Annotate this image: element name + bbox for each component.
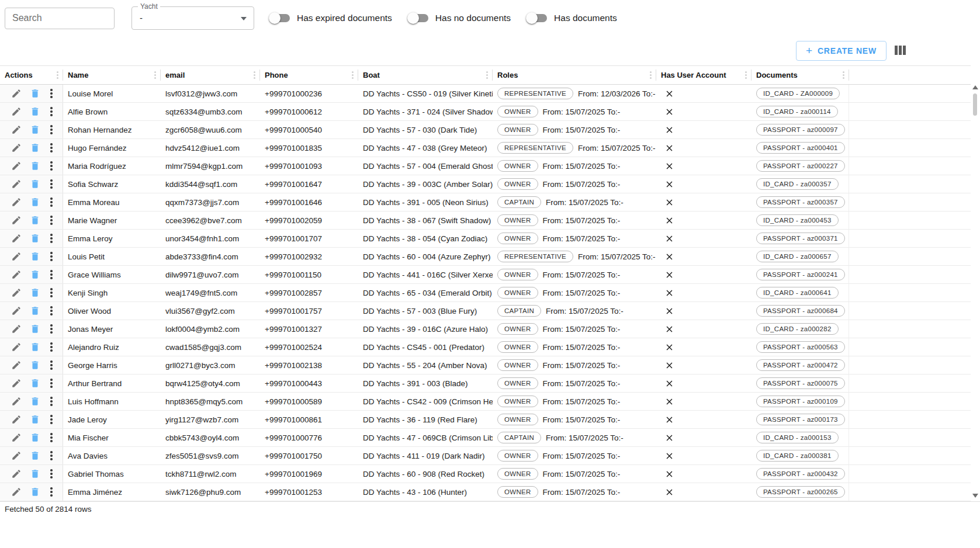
- row-menu-icon[interactable]: [44, 394, 58, 408]
- edit-icon[interactable]: [7, 304, 26, 318]
- delete-icon[interactable]: [26, 123, 44, 137]
- delete-icon[interactable]: [26, 322, 44, 336]
- delete-icon[interactable]: [26, 268, 44, 282]
- delete-icon[interactable]: [26, 304, 44, 318]
- create-new-button[interactable]: + CREATE NEW: [796, 41, 886, 61]
- edit-icon[interactable]: [7, 412, 26, 426]
- edit-icon[interactable]: [7, 141, 26, 155]
- column-menu-icon[interactable]: [57, 71, 58, 79]
- delete-icon[interactable]: [26, 195, 44, 209]
- row-menu-icon[interactable]: [44, 322, 58, 336]
- edit-icon[interactable]: [7, 105, 26, 119]
- row-menu-icon[interactable]: [44, 159, 58, 173]
- scroll-up-icon[interactable]: [972, 85, 978, 89]
- row-menu-icon[interactable]: [44, 376, 58, 390]
- row-menu-icon[interactable]: [44, 213, 58, 227]
- delete-icon[interactable]: [26, 231, 44, 245]
- row-menu-icon[interactable]: [44, 268, 58, 282]
- table-row: Louis Petit abde3733@fin4.com +999701002…: [0, 248, 971, 266]
- table-row: Alejandro Ruiz cwad1585@gqj3.com +999701…: [0, 338, 971, 356]
- delete-icon[interactable]: [26, 431, 44, 445]
- edit-icon[interactable]: [7, 467, 26, 481]
- delete-icon[interactable]: [26, 105, 44, 119]
- column-menu-icon[interactable]: [254, 71, 255, 79]
- row-menu-icon[interactable]: [44, 449, 58, 463]
- edit-icon[interactable]: [7, 213, 26, 227]
- row-menu-icon[interactable]: [44, 177, 58, 191]
- edit-icon[interactable]: [7, 394, 26, 408]
- delete-icon[interactable]: [26, 485, 44, 499]
- edit-icon[interactable]: [7, 485, 26, 499]
- delete-icon[interactable]: [26, 141, 44, 155]
- delete-icon[interactable]: [26, 177, 44, 191]
- phone-cell: +999701002932: [260, 248, 358, 265]
- role-period: From: 15/07/2025 To:-: [543, 452, 621, 460]
- delete-icon[interactable]: [26, 376, 44, 390]
- row-menu-icon[interactable]: [44, 123, 58, 137]
- row-menu-icon[interactable]: [44, 105, 58, 119]
- column-menu-icon[interactable]: [650, 71, 652, 79]
- edit-icon[interactable]: [7, 268, 26, 282]
- delete-icon[interactable]: [26, 286, 44, 300]
- edit-icon[interactable]: [7, 195, 26, 209]
- scroll-down-icon[interactable]: [972, 494, 978, 498]
- row-menu-icon[interactable]: [44, 195, 58, 209]
- delete-icon[interactable]: [26, 340, 44, 354]
- delete-icon[interactable]: [26, 358, 44, 372]
- edit-icon[interactable]: [7, 322, 26, 336]
- roles-cell: OWNER From: 15/07/2025 To:-: [493, 175, 656, 193]
- delete-icon[interactable]: [26, 249, 44, 263]
- row-menu-icon[interactable]: [44, 86, 58, 100]
- column-menu-icon[interactable]: [154, 71, 156, 79]
- delete-icon[interactable]: [26, 449, 44, 463]
- edit-icon[interactable]: [7, 123, 26, 137]
- edit-icon[interactable]: [7, 177, 26, 191]
- boat-cell: DD Yachts - CS45 - 001 (Predator): [358, 338, 493, 356]
- delete-icon[interactable]: [26, 159, 44, 173]
- edit-icon[interactable]: [7, 286, 26, 300]
- column-menu-icon[interactable]: [745, 71, 747, 79]
- role-period: From: 15/07/2025 To:-: [578, 144, 656, 152]
- row-menu-icon[interactable]: [44, 358, 58, 372]
- phone-cell: +999701002059: [260, 211, 358, 229]
- delete-icon[interactable]: [26, 86, 44, 100]
- yacht-select[interactable]: Yacht -: [131, 6, 254, 30]
- toggle-has-expired-documents[interactable]: Has expired documents: [269, 12, 392, 24]
- toggle-switch-icon[interactable]: [407, 12, 429, 24]
- row-menu-icon[interactable]: [44, 304, 58, 318]
- scrollbar-thumb[interactable]: [973, 93, 977, 116]
- delete-icon[interactable]: [26, 467, 44, 481]
- edit-icon[interactable]: [7, 431, 26, 445]
- edit-icon[interactable]: [7, 231, 26, 245]
- row-menu-icon[interactable]: [44, 249, 58, 263]
- edit-icon[interactable]: [7, 159, 26, 173]
- edit-icon[interactable]: [7, 358, 26, 372]
- column-menu-icon[interactable]: [352, 71, 354, 79]
- edit-icon[interactable]: [7, 449, 26, 463]
- row-menu-icon[interactable]: [44, 340, 58, 354]
- row-menu-icon[interactable]: [44, 485, 58, 499]
- row-menu-icon[interactable]: [44, 431, 58, 445]
- delete-icon[interactable]: [26, 394, 44, 408]
- column-menu-icon[interactable]: [486, 71, 488, 79]
- edit-icon[interactable]: [7, 249, 26, 263]
- columns-icon[interactable]: [895, 46, 906, 56]
- toggle-has-documents[interactable]: Has documents: [526, 12, 617, 24]
- search-input[interactable]: [5, 8, 115, 29]
- row-menu-icon[interactable]: [44, 286, 58, 300]
- toggle-has-no-documents[interactable]: Has no documents: [407, 12, 511, 24]
- row-menu-icon[interactable]: [44, 412, 58, 426]
- edit-icon[interactable]: [7, 86, 26, 100]
- row-menu-icon[interactable]: [44, 141, 58, 155]
- row-menu-icon[interactable]: [44, 231, 58, 245]
- edit-icon[interactable]: [7, 340, 26, 354]
- toggle-switch-icon[interactable]: [269, 12, 290, 24]
- column-menu-icon[interactable]: [843, 71, 844, 79]
- edit-icon[interactable]: [7, 376, 26, 390]
- phone-cell: +999701001647: [260, 175, 358, 193]
- toggle-switch-icon[interactable]: [526, 12, 548, 24]
- vertical-scrollbar[interactable]: [971, 85, 979, 498]
- delete-icon[interactable]: [26, 412, 44, 426]
- delete-icon[interactable]: [26, 213, 44, 227]
- row-menu-icon[interactable]: [44, 467, 58, 481]
